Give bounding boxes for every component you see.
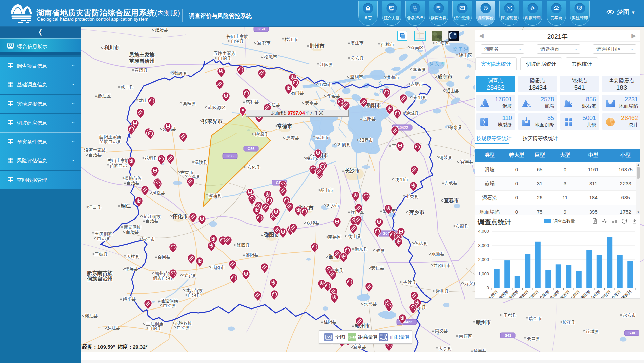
svg-text:城步苗族: 城步苗族 [185, 288, 203, 293]
svg-text:张家界市: 张家界市 [557, 289, 570, 299]
svg-text:长汀县: 长汀县 [562, 320, 575, 325]
svg-text:苗族自治: 苗族自治 [110, 163, 127, 168]
svg-text:上栗县: 上栗县 [406, 194, 419, 199]
svg-text:永新县: 永新县 [432, 251, 445, 256]
svg-text:自治县: 自治县 [126, 229, 139, 234]
svg-text:岳阳县: 岳阳县 [363, 116, 376, 121]
svg-text:萍乡市: 萍乡市 [409, 209, 425, 215]
svg-text:崇义县: 崇义县 [435, 328, 448, 333]
svg-text:衡阳市: 衡阳市 [518, 289, 529, 299]
svg-text:会昌县: 会昌县 [527, 336, 540, 341]
svg-text:长沙市: 长沙市 [487, 289, 499, 299]
svg-text:湘阴县: 湘阴县 [337, 142, 351, 147]
svg-text:榕江县: 榕江县 [85, 313, 98, 318]
svg-text:湘西州: 湘西州 [621, 289, 632, 299]
svg-text:湘乡市: 湘乡市 [326, 203, 339, 208]
svg-text:建始县: 建始县 [155, 27, 168, 32]
svg-text:衡东县: 衡东县 [355, 247, 368, 252]
svg-text:黎平县: 黎平县 [123, 296, 136, 301]
svg-text:安福县: 安福县 [455, 224, 469, 229]
svg-text:瑞金市: 瑞金市 [529, 316, 542, 321]
svg-text:怀化市: 怀化市 [600, 289, 612, 299]
svg-text:侗族自治州: 侗族自治州 [87, 276, 113, 281]
svg-text:自治县: 自治县 [163, 303, 176, 308]
svg-text:咸宁市: 咸宁市 [437, 74, 453, 79]
svg-text:S30: S30 [628, 331, 635, 335]
svg-text:张家界市: 张家界市 [202, 118, 223, 124]
svg-text:桃源县: 桃源县 [255, 132, 268, 137]
svg-text:常德市: 常德市 [549, 289, 560, 299]
svg-text:浏阳市: 浏阳市 [395, 177, 408, 182]
svg-text:江陵县: 江陵县 [320, 62, 333, 67]
svg-text:安乡县: 安乡县 [305, 100, 318, 105]
svg-text:永兴县: 永兴县 [364, 301, 377, 306]
svg-text:安化县: 安化县 [247, 165, 260, 170]
svg-text:咸丰县: 咸丰县 [121, 85, 134, 90]
svg-text:洪湖市: 洪湖市 [386, 75, 399, 80]
svg-text:长阳土家族: 长阳土家族 [227, 34, 248, 39]
svg-text:自治县: 自治县 [127, 180, 140, 185]
svg-text:宜章县: 宜章县 [353, 344, 366, 349]
svg-text:江口县: 江口县 [88, 205, 102, 210]
svg-text:苗族自治州: 苗族自治州 [129, 58, 155, 64]
svg-text:宜丰县: 宜丰县 [460, 159, 474, 165]
svg-text:自治县: 自治县 [89, 152, 102, 157]
svg-text:永安市: 永安市 [623, 313, 636, 318]
svg-text:桂阳县: 桂阳县 [324, 319, 337, 324]
svg-text:S41: S41 [505, 333, 511, 337]
svg-text:湘潭市: 湘潭市 [508, 289, 519, 299]
svg-text:仙桃市: 仙桃市 [381, 42, 394, 47]
svg-text:华容县: 华容县 [327, 93, 340, 98]
svg-text:修水县: 修水县 [449, 125, 462, 130]
svg-text:岳阳市: 岳阳市 [366, 102, 381, 108]
svg-text:娄底市: 娄底市 [611, 289, 622, 299]
svg-text:衡山县: 衡山县 [348, 234, 361, 239]
svg-text:从江县: 从江县 [107, 325, 120, 330]
svg-text:通山县: 通山县 [446, 88, 459, 93]
svg-text:株洲市: 株洲市 [498, 289, 509, 299]
svg-text:石首市: 石首市 [319, 82, 332, 87]
svg-text:自治县: 自治县 [97, 236, 110, 241]
svg-text:G50: G50 [258, 27, 265, 31]
svg-text:黔东南苗族: 黔东南苗族 [87, 270, 113, 276]
svg-text:宜都市: 宜都市 [257, 40, 271, 45]
svg-text:遂川县: 遂川县 [436, 289, 449, 294]
svg-text:邵阳县: 邵阳县 [246, 252, 259, 257]
svg-text:郴州市: 郴州市 [580, 289, 591, 299]
svg-text:新晃侗族: 新晃侗族 [124, 225, 141, 230]
svg-text:沿河土家族: 沿河土家族 [84, 148, 106, 153]
svg-text:长: 长 [378, 80, 383, 86]
svg-text:石门县: 石门县 [291, 90, 304, 95]
svg-text:1,000: 1,000 [478, 271, 489, 276]
svg-text:岳阳市: 岳阳市 [539, 289, 550, 299]
svg-text:监利市: 监利市 [350, 74, 363, 79]
svg-text:斧 头 湖: 斧 头 湖 [429, 61, 445, 66]
svg-text:南康区: 南康区 [459, 334, 472, 339]
svg-text:恩施土家族: 恩施土家族 [129, 52, 155, 58]
svg-text:赤壁市: 赤壁市 [410, 82, 424, 87]
svg-text:绥宁县: 绥宁县 [183, 273, 196, 278]
svg-text:自治县: 自治县 [148, 326, 161, 331]
svg-text:崇阳县: 崇阳县 [413, 95, 427, 100]
svg-text:宜春市: 宜春市 [444, 197, 459, 203]
svg-text:花垣县: 花垣县 [144, 156, 158, 161]
svg-text:莲花县: 莲花县 [414, 241, 428, 246]
svg-text:汨罗市: 汨罗市 [360, 138, 373, 143]
svg-text:桑植县: 桑植县 [183, 101, 196, 106]
svg-text:汉南区: 汉南区 [411, 45, 424, 50]
svg-text:江夏区: 江夏区 [436, 41, 449, 46]
svg-text:黔江区: 黔江区 [98, 93, 111, 98]
svg-text:双峰县: 双峰县 [306, 220, 320, 225]
svg-text:鹤峰县: 鹤峰县 [174, 71, 188, 76]
svg-text:武冈市: 武冈市 [211, 265, 225, 270]
svg-text:通城县: 通城县 [406, 111, 419, 116]
svg-text:自治县: 自治县 [231, 39, 244, 44]
svg-text:万载县: 万载县 [445, 180, 458, 185]
svg-text:玉屏侗族: 玉屏侗族 [95, 231, 112, 236]
svg-text:松桃苗族: 松桃苗族 [124, 176, 142, 181]
svg-text:益阳市: 益阳市 [570, 289, 581, 299]
svg-text:荆州市: 荆州市 [309, 43, 325, 49]
svg-text:天柱县: 天柱县 [127, 254, 140, 259]
svg-text:大余县: 大余县 [439, 346, 452, 351]
svg-text:秀山土家族: 秀山土家族 [108, 158, 129, 163]
